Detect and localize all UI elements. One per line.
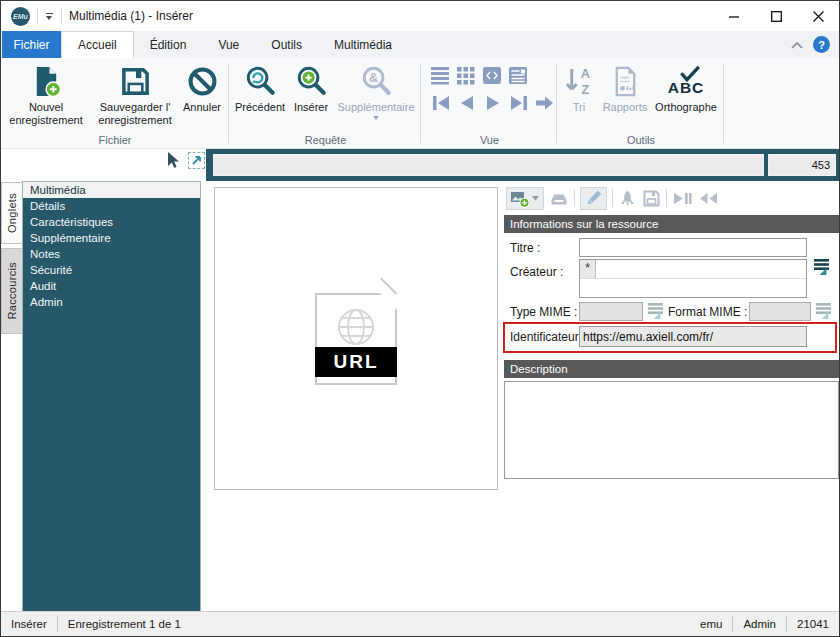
grid-row[interactable]: * [580, 260, 806, 279]
cancel-button[interactable]: Annuler [177, 61, 227, 114]
list-view-icon[interactable] [430, 65, 450, 85]
divider [666, 189, 667, 207]
status-record-info: Enregistrement 1 de 1 [58, 616, 191, 632]
play-pause-icon[interactable] [672, 189, 693, 208]
sidebar-item-admin[interactable]: Admin [23, 294, 200, 310]
collapse-ribbon-icon[interactable] [790, 40, 804, 50]
divider [61, 9, 62, 23]
sidebar-item-caracteristiques[interactable]: Caractéristiques [23, 214, 200, 230]
previous-search-icon [244, 61, 277, 101]
close-icon [813, 11, 824, 22]
previous-search-button[interactable]: Précédent [232, 61, 288, 114]
sidebar-item-supplementaire[interactable]: Supplémentaire [23, 230, 200, 246]
tab-fichier[interactable]: Fichier [2, 31, 61, 58]
minimize-button[interactable] [713, 1, 755, 31]
ribbon-group-label: Requête [230, 134, 421, 146]
media-preview-panel: URL [214, 187, 498, 490]
description-textarea[interactable] [504, 381, 839, 479]
ribbon-group-vue: Vue [422, 58, 557, 148]
select-region-icon[interactable] [188, 152, 205, 169]
emu-logo-icon[interactable]: EMu [11, 7, 30, 26]
sort-icon: A Z [563, 61, 596, 101]
previous-record-icon[interactable] [456, 93, 478, 113]
status-user: Admin [733, 616, 786, 632]
expand-grid-icon[interactable] [813, 258, 830, 275]
last-record-icon[interactable] [508, 93, 530, 113]
scanner-icon[interactable] [549, 189, 569, 208]
code-view-icon[interactable] [482, 65, 502, 85]
additional-search-button[interactable]: & Supplémentaire [334, 61, 418, 120]
type-mime-label: Type MIME : [510, 305, 577, 319]
side-tab-onglets[interactable]: Onglets [1, 182, 22, 244]
titre-input[interactable] [579, 238, 807, 257]
url-label: URL [315, 347, 397, 377]
new-record-button[interactable]: Nouvelenregistrement [3, 61, 89, 127]
additional-search-icon: & [360, 61, 393, 101]
sidebar-item-audit[interactable]: Audit [23, 278, 200, 294]
save-small-icon[interactable] [642, 189, 661, 208]
launch-icon[interactable] [618, 189, 637, 208]
record-nav-buttons [430, 93, 556, 113]
goto-record-icon[interactable] [534, 93, 556, 113]
first-record-icon[interactable] [430, 93, 452, 113]
maximize-icon [771, 11, 782, 22]
insert-search-icon [295, 61, 328, 101]
reports-icon [609, 61, 642, 101]
summary-bar [213, 154, 764, 176]
tab-outils[interactable]: Outils [255, 31, 318, 58]
grid-view-icon[interactable] [456, 65, 476, 85]
maximize-button[interactable] [755, 1, 797, 31]
resource-panel: Informations sur la ressource Titre : Cr… [504, 181, 839, 613]
minimize-icon [729, 11, 740, 22]
ribbon: Nouvelenregistrement Sauvegarder l'enreg… [1, 58, 839, 149]
close-button[interactable] [797, 1, 839, 31]
add-image-icon [510, 189, 529, 208]
reports-button[interactable]: Rapports [600, 61, 650, 114]
status-bar: Insérer Enregistrement 1 de 1 emu Admin … [1, 611, 839, 636]
view-mode-buttons [430, 65, 528, 85]
pointer-cursor-icon[interactable] [164, 151, 182, 169]
titre-label: Titre : [510, 241, 540, 255]
tab-vue[interactable]: Vue [202, 31, 255, 58]
divider [574, 189, 575, 207]
ribbon-group-fichier: Nouvelenregistrement Sauvegarder l'enreg… [1, 58, 229, 148]
edit-button[interactable] [580, 187, 607, 210]
page-fold [380, 293, 397, 310]
help-button[interactable]: ? [813, 36, 830, 53]
spellcheck-icon: ABC [654, 61, 718, 101]
main-content: URL [201, 181, 839, 613]
tab-multimedia[interactable]: Multimédia [318, 31, 408, 58]
dropdown-caret-icon[interactable] [532, 196, 540, 201]
status-mode: Insérer [1, 616, 57, 632]
status-port: 21041 [787, 616, 839, 632]
identificateur-input[interactable] [579, 326, 807, 347]
tab-accueil[interactable]: Accueil [61, 31, 134, 58]
ribbon-tab-bar: Fichier Accueil Édition Vue Outils Multi… [1, 31, 839, 58]
globe-icon [335, 306, 377, 348]
record-status-bar: 453 [206, 149, 840, 181]
insert-button[interactable]: Insérer [288, 61, 334, 114]
save-record-button[interactable]: Sauvegarder l'enregistrement [89, 61, 181, 127]
tab-edition[interactable]: Édition [134, 31, 203, 58]
sidebar-item-securite[interactable]: Sécurité [23, 262, 200, 278]
sort-button[interactable]: A Z Tri [558, 61, 600, 114]
ribbon-group-outils: A Z Tri Rapports [558, 58, 724, 148]
sidebar-item-details[interactable]: Détails [23, 198, 200, 214]
spellcheck-button[interactable]: ABC Orthographe [650, 61, 722, 114]
sidebar-item-multimedia[interactable]: Multimédia [23, 182, 200, 198]
button-label: Tri [573, 101, 585, 114]
svg-text:Z: Z [581, 83, 589, 97]
new-record-icon [30, 61, 63, 101]
side-tab-raccourcis[interactable]: Raccourcis [1, 248, 22, 334]
add-image-button[interactable] [506, 187, 544, 210]
next-record-icon[interactable] [482, 93, 504, 113]
button-label: Rapports [603, 101, 648, 114]
svg-text:&: & [369, 71, 378, 85]
quick-access-dropdown-icon[interactable] [45, 13, 54, 20]
type-mime-input [579, 302, 643, 321]
createur-grid[interactable]: * [579, 259, 807, 298]
rewind-icon[interactable] [698, 189, 719, 208]
divider [612, 189, 613, 207]
form-view-icon[interactable] [508, 65, 528, 85]
sidebar-item-notes[interactable]: Notes [23, 246, 200, 262]
